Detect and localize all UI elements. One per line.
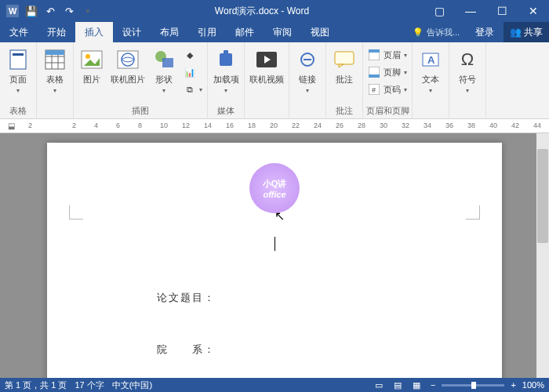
ribbon-options-icon[interactable]: ▢: [424, 0, 455, 22]
vertical-scrollbar[interactable]: [536, 133, 549, 378]
language-indicator[interactable]: 中文(中国): [112, 379, 152, 391]
online-picture-icon: [115, 47, 140, 72]
print-layout-icon[interactable]: ▤: [390, 379, 405, 390]
zoom-slider-thumb[interactable]: [471, 382, 476, 389]
comment-button[interactable]: 批注: [328, 45, 361, 85]
text-cursor: [274, 237, 275, 251]
symbol-button[interactable]: Ω 符号▾: [451, 45, 484, 94]
shapes-button[interactable]: 形状▾: [147, 45, 180, 94]
addins-icon: [213, 47, 238, 72]
group-pages: 页面▾ 表格: [0, 42, 37, 118]
shapes-icon: [151, 47, 176, 72]
svg-rect-25: [369, 49, 380, 53]
tab-references[interactable]: 引用: [188, 22, 226, 42]
read-mode-icon[interactable]: ▭: [371, 379, 387, 390]
group-illustrations: 图片 联机图片 形状▾ ◆ 📊 ⧉▾ 插图: [74, 42, 208, 118]
textbox-icon: A: [418, 47, 443, 72]
svg-rect-9: [45, 50, 64, 55]
addins-button[interactable]: 加载项▾: [209, 45, 242, 94]
tab-design[interactable]: 设计: [113, 22, 151, 42]
page[interactable]: 小Q讲 office ↖ 论文题目： 院 系：: [47, 143, 502, 378]
svg-rect-17: [220, 53, 232, 66]
tab-mailings[interactable]: 邮件: [226, 22, 264, 42]
zoom-level[interactable]: 100%: [522, 380, 544, 390]
undo-icon[interactable]: ↶: [42, 3, 58, 19]
svg-rect-2: [10, 50, 26, 69]
zoom-slider[interactable]: [442, 384, 504, 387]
chart-button[interactable]: 📊: [184, 64, 202, 80]
video-icon: [254, 47, 279, 72]
group-addins: 加载项▾ 媒体: [208, 42, 245, 118]
tab-home[interactable]: 开始: [38, 22, 75, 42]
group-media: 联机视频: [245, 42, 289, 118]
link-icon: [295, 47, 320, 72]
symbol-icon: Ω: [455, 47, 480, 72]
zoom-in-button[interactable]: +: [511, 380, 515, 390]
redo-icon[interactable]: ↷: [61, 3, 77, 19]
table-button[interactable]: 表格▾: [38, 45, 71, 94]
tab-view[interactable]: 视图: [301, 22, 339, 42]
document-area: 小Q讲 office ↖ 论文题目： 院 系：: [0, 133, 549, 378]
quick-access-toolbar: W 💾 ↶ ↷ ▼: [0, 3, 100, 19]
word-icon: W: [5, 3, 20, 19]
tab-file[interactable]: 文件: [0, 22, 38, 42]
share-icon: 👥: [510, 27, 522, 38]
zoom-out-button[interactable]: −: [431, 380, 435, 390]
horizontal-ruler[interactable]: ⬓ 22468101214161820222426283032343638404…: [0, 119, 549, 133]
group-symbols: Ω 符号▾: [449, 42, 486, 118]
maximize-button[interactable]: ☐: [486, 0, 518, 22]
status-bar: 第 1 页，共 1 页 17 个字 中文(中国) ▭ ▤ ▦ − + 100%: [0, 378, 549, 392]
textbox-button[interactable]: A 文本▾: [414, 45, 447, 94]
page-indicator[interactable]: 第 1 页，共 1 页: [5, 379, 67, 391]
picture-button[interactable]: 图片: [75, 45, 108, 85]
web-layout-icon[interactable]: ▦: [409, 379, 424, 390]
svg-text:A: A: [427, 54, 435, 66]
online-video-button[interactable]: 联机视频: [246, 45, 287, 85]
svg-point-11: [85, 54, 90, 59]
qat-dropdown-icon[interactable]: ▼: [80, 3, 96, 19]
close-button[interactable]: ✕: [518, 0, 549, 22]
link-button[interactable]: 链接▾: [291, 45, 324, 94]
watermark-logo: 小Q讲 office: [249, 163, 300, 213]
ribbon: 页面▾ 表格 表格▾ 图片 联机图片 形状▾: [0, 42, 549, 119]
tab-review[interactable]: 审阅: [264, 22, 301, 42]
svg-rect-18: [224, 50, 228, 55]
cover-page-button[interactable]: 页面▾: [2, 45, 35, 94]
document-title: Word演示.docx - Word: [100, 5, 424, 18]
group-tables: 表格▾: [37, 42, 74, 118]
screenshot-icon: ⧉: [184, 83, 196, 96]
share-button[interactable]: 👥共享: [504, 22, 549, 42]
word-count[interactable]: 17 个字: [75, 379, 104, 391]
header-button[interactable]: 页眉▾: [368, 47, 407, 63]
picture-icon: [79, 47, 104, 72]
screenshot-button[interactable]: ⧉▾: [184, 82, 202, 97]
header-icon: [368, 49, 380, 61]
page-number-button[interactable]: #页码▾: [368, 82, 407, 97]
table-icon: [42, 47, 67, 72]
group-links: 链接▾: [289, 42, 326, 118]
svg-rect-22: [335, 52, 354, 64]
footer-button[interactable]: 页脚▾: [368, 64, 407, 80]
svg-text:W: W: [9, 6, 17, 16]
signin-button[interactable]: 登录: [466, 22, 504, 42]
tab-insert[interactable]: 插入: [75, 22, 113, 42]
group-header-footer: 页眉▾ 页脚▾ #页码▾ 页眉和页脚: [363, 42, 413, 118]
minimize-button[interactable]: —: [455, 0, 486, 22]
svg-marker-23: [339, 64, 344, 67]
page-number-icon: #: [368, 83, 380, 96]
footer-icon: [368, 66, 380, 78]
group-comments: 批注 批注: [326, 42, 363, 118]
tell-me-search[interactable]: 💡告诉我...: [406, 27, 466, 38]
online-picture-button[interactable]: 联机图片: [108, 45, 147, 85]
window-controls: ▢ — ☐ ✕: [424, 0, 549, 22]
department-label: 院 系：: [157, 343, 392, 357]
chart-icon: 📊: [184, 66, 196, 78]
margin-corner-tr: [466, 205, 480, 220]
comment-icon: [332, 47, 357, 72]
lightbulb-icon: 💡: [413, 27, 424, 38]
view-mode-buttons: ▭ ▤ ▦: [371, 379, 424, 390]
smartart-button[interactable]: ◆: [184, 47, 202, 63]
tab-layout[interactable]: 布局: [151, 22, 188, 42]
save-icon[interactable]: 💾: [24, 3, 39, 19]
scroll-thumb[interactable]: [537, 149, 548, 243]
